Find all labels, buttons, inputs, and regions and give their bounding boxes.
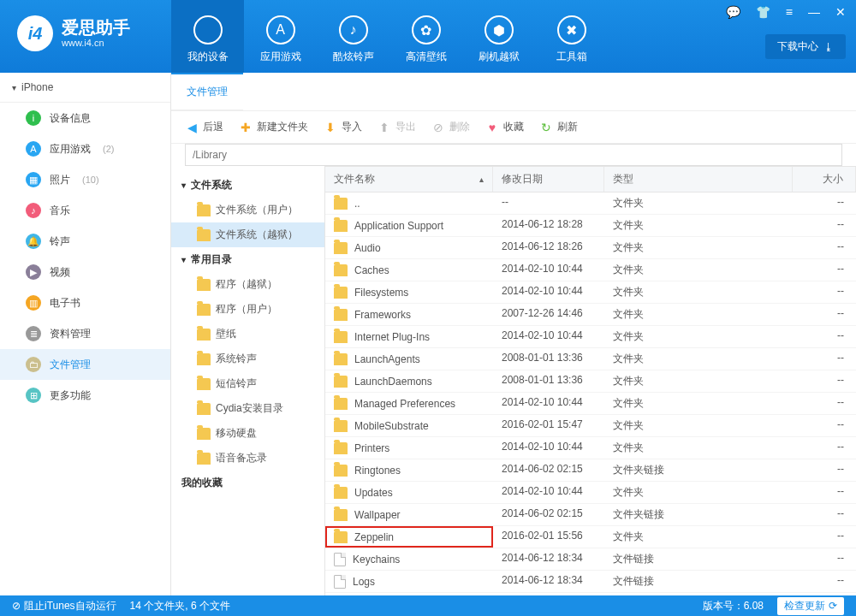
table-row[interactable]: Logs2014-06-12 18:34文件链接-- <box>325 571 856 593</box>
export-button[interactable]: ⬆导出 <box>377 120 416 134</box>
tree-item[interactable]: 文件系统（越狱） <box>171 222 324 247</box>
tab-icon: A <box>266 15 295 44</box>
delete-button[interactable]: ⊘删除 <box>431 120 470 134</box>
tree-item[interactable]: 语音备忘录 <box>171 446 324 471</box>
tree-item[interactable]: 程序（越狱） <box>171 272 324 297</box>
table-row[interactable]: LaunchAgents2008-01-01 13:36文件夹-- <box>325 348 856 370</box>
table-row[interactable]: Caches2014-02-10 10:44文件夹-- <box>325 259 856 281</box>
table-row[interactable]: ..--文件夹-- <box>325 192 856 215</box>
top-tab-5[interactable]: ✖工具箱 <box>535 0 608 73</box>
sidebar-icon: ⊞ <box>26 388 41 403</box>
app-logo: i4 爱思助手 www.i4.cn <box>0 0 171 67</box>
folder-icon <box>334 331 348 343</box>
folder-icon <box>334 509 348 521</box>
menu-icon[interactable]: ≡ <box>782 3 796 21</box>
column-type[interactable]: 类型 <box>604 167 793 192</box>
table-row[interactable]: Audio2014-06-12 18:26文件夹-- <box>325 237 856 259</box>
sidebar-icon: 🔔 <box>26 234 41 249</box>
sidebar-item-1[interactable]: A应用游戏(2) <box>0 133 170 164</box>
download-center-button[interactable]: 下载中心 ⭳ <box>765 34 846 59</box>
table-row[interactable]: Internet Plug-Ins2014-02-10 10:44文件夹-- <box>325 326 856 348</box>
sidebar-icon: ▥ <box>26 295 41 311</box>
top-tab-3[interactable]: ✿高清壁纸 <box>389 0 462 73</box>
new-folder-button[interactable]: ✚新建文件夹 <box>239 120 308 134</box>
folder-icon <box>197 229 211 241</box>
path-input[interactable]: /Library <box>185 144 842 166</box>
tree-group-filesystem[interactable]: ▾文件系统 <box>171 173 324 198</box>
brand-title: 爱思助手 <box>62 17 130 38</box>
table-row[interactable]: LaunchDaemons2008-01-01 13:36文件夹-- <box>325 370 856 393</box>
minimize-icon[interactable]: — <box>805 3 823 21</box>
sort-asc-icon: ▴ <box>479 175 484 184</box>
table-row[interactable]: Wallpaper2014-06-02 02:15文件夹链接-- <box>325 504 856 526</box>
check-update-button[interactable]: 检查更新⟳ <box>777 597 844 615</box>
device-selector[interactable]: ▾ iPhone <box>0 73 170 103</box>
table-row[interactable]: Keychains2014-06-12 18:34文件链接-- <box>325 548 856 571</box>
favorite-button[interactable]: ♥收藏 <box>485 120 524 134</box>
folder-icon <box>334 353 348 365</box>
tree-item[interactable]: 移动硬盘 <box>171 421 324 446</box>
tab-icon: ✖ <box>557 15 586 44</box>
tab-file-manager[interactable]: 文件管理 <box>171 73 243 110</box>
sidebar-icon: ♪ <box>26 203 41 218</box>
top-tab-4[interactable]: ⬢刷机越狱 <box>462 0 535 73</box>
version-label: 版本号：6.08 <box>703 599 764 613</box>
sidebar-item-0[interactable]: i设备信息 <box>0 103 170 133</box>
sidebar-item-8[interactable]: 🗀文件管理 <box>0 349 170 380</box>
folder-icon <box>334 287 348 299</box>
table-row[interactable]: Frameworks2007-12-26 14:46文件夹-- <box>325 304 856 326</box>
table-row[interactable]: Ringtones2014-06-02 02:15文件夹链接-- <box>325 459 856 482</box>
table-row[interactable]: MobileDevice2014-06-12 18:34文件链接-- <box>325 593 856 595</box>
refresh-button[interactable]: ↻刷新 <box>539 120 578 134</box>
folder-icon <box>334 309 348 321</box>
sidebar-item-9[interactable]: ⊞更多功能 <box>0 380 170 411</box>
folder-icon <box>334 398 348 410</box>
table-row[interactable]: Filesystems2014-02-10 10:44文件夹-- <box>325 281 856 304</box>
table-row[interactable]: Managed Preferences2014-02-10 10:44文件夹-- <box>325 393 856 415</box>
tree-item[interactable]: 程序（用户） <box>171 297 324 322</box>
import-icon: ⬇ <box>324 121 337 134</box>
sidebar-item-7[interactable]: ≣资料管理 <box>0 318 170 349</box>
tree-item[interactable]: 壁纸 <box>171 322 324 346</box>
column-size[interactable]: 大小 <box>793 167 856 192</box>
sidebar-item-2[interactable]: ▦照片(10) <box>0 164 170 195</box>
folder-icon <box>334 465 348 477</box>
top-tab-1[interactable]: A应用游戏 <box>244 0 317 73</box>
tree-group-favorites[interactable]: 我的收藏 <box>171 471 324 495</box>
skin-icon[interactable]: 👕 <box>752 3 774 21</box>
delete-icon: ⊘ <box>431 121 445 134</box>
sidebar-item-5[interactable]: ▶视频 <box>0 257 170 287</box>
column-name[interactable]: 文件名称▴ <box>325 167 493 192</box>
update-icon: ⟳ <box>829 600 837 612</box>
import-button[interactable]: ⬇导入 <box>324 120 362 134</box>
sidebar-item-6[interactable]: ▥电子书 <box>0 287 170 318</box>
tree-item[interactable]: 系统铃声 <box>171 346 324 371</box>
sidebar-item-3[interactable]: ♪音乐 <box>0 195 170 226</box>
table-row[interactable]: Zeppelin2016-02-01 15:56文件夹-- <box>325 526 856 548</box>
top-tab-0[interactable]: 我的设备 <box>171 0 244 73</box>
close-icon[interactable]: ✕ <box>832 3 849 21</box>
top-tab-2[interactable]: ♪酷炫铃声 <box>317 0 389 73</box>
sidebar-item-4[interactable]: 🔔铃声 <box>0 226 170 257</box>
folder-icon <box>197 304 211 316</box>
folder-icon <box>197 378 211 390</box>
tree-item[interactable]: Cydia安装目录 <box>171 396 324 421</box>
table-row[interactable]: Application Support2014-06-12 18:28文件夹-- <box>325 215 856 237</box>
tree-item[interactable]: 短信铃声 <box>171 371 324 396</box>
table-row[interactable]: Updates2014-02-10 10:44文件夹-- <box>325 482 856 504</box>
refresh-icon: ↻ <box>539 121 553 134</box>
back-button[interactable]: ◀后退 <box>185 120 223 134</box>
table-row[interactable]: MobileSubstrate2016-02-01 15:47文件夹-- <box>325 415 856 437</box>
sidebar-icon: ▦ <box>26 172 41 187</box>
block-itunes-toggle[interactable]: ⊘阻止iTunes自动运行 <box>12 599 116 613</box>
tab-icon: ♪ <box>339 15 368 44</box>
export-icon: ⬆ <box>377 121 391 134</box>
tree-group-common[interactable]: ▾常用目录 <box>171 247 324 272</box>
tree-item[interactable]: 文件系统（用户） <box>171 198 324 222</box>
column-date[interactable]: 修改日期 <box>493 167 604 192</box>
brand-subtitle: www.i4.cn <box>62 38 130 49</box>
heart-icon: ♥ <box>485 121 499 134</box>
feedback-icon[interactable]: 💬 <box>722 3 744 21</box>
table-row[interactable]: Printers2014-02-10 10:44文件夹-- <box>325 437 856 459</box>
folder-icon <box>197 329 211 341</box>
